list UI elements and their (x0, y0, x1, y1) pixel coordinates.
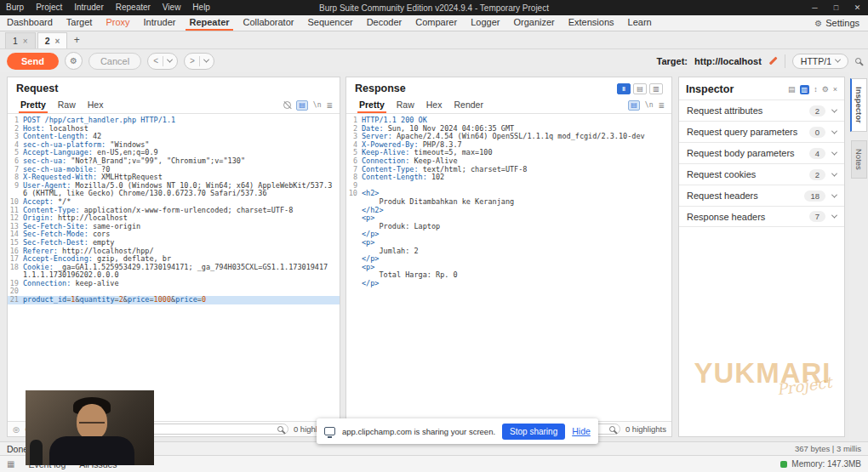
panel-view-icon[interactable]: ▥ (800, 85, 810, 94)
tab-dashboard[interactable]: Dashboard (0, 15, 60, 31)
close-button[interactable]: ✕ (847, 0, 868, 15)
settings-button[interactable]: ⚙ Settings (814, 15, 868, 31)
stop-sharing-button[interactable]: Stop sharing (502, 424, 565, 440)
menu-project[interactable]: Project (30, 0, 68, 15)
code-line[interactable]: Jumlah: 2 (346, 247, 671, 256)
inspector-section-request-body-parameters[interactable]: Request body parameters4 (679, 142, 844, 163)
code-line[interactable]: </p> (346, 255, 671, 264)
response-editor[interactable]: 1HTTP/1.1 200 OK2Date: Sun, 10 Nov 2024 … (346, 114, 671, 421)
http-version-select[interactable]: HTTP/1 (792, 54, 848, 69)
hide-button[interactable]: Hide (572, 426, 591, 436)
gear-icon[interactable]: ⚙ (822, 85, 829, 94)
chevron-down-icon (831, 128, 837, 134)
syntax-highlight-icon[interactable]: ▤ (296, 100, 308, 111)
history-forward-button[interactable]: > (184, 53, 214, 70)
tab-intruder[interactable]: Intruder (137, 15, 183, 31)
code-line[interactable]: Total Harga: Rp. 0 (346, 271, 671, 280)
menu-view[interactable]: View (157, 0, 187, 15)
line-text: </h2> (362, 207, 671, 215)
send-settings-button[interactable]: ⚙ (65, 52, 83, 70)
newline-toggle-icon[interactable]: \n (313, 101, 322, 109)
request-tab-hex[interactable]: Hex (82, 97, 110, 113)
request-editor[interactable]: 1POST /hpp/cart_handler.php HTTP/1.12Hos… (8, 114, 340, 421)
inspector-section-request-attributes[interactable]: Request attributes2 (679, 100, 844, 121)
menu-icon[interactable]: ≣ (658, 101, 665, 110)
history-back-button[interactable]: < (147, 53, 178, 70)
menu-help[interactable]: Help (186, 0, 216, 15)
menu-intruder[interactable]: Intruder (68, 0, 109, 15)
code-line[interactable]: 9User-Agent: Mozilla/5.0 (Windows NT 10.… (8, 182, 340, 198)
inspector-section-response-headers[interactable]: Response headers7 (679, 206, 844, 227)
line-text: Cookie: _ga=GA1.1.525953429.1730194171; … (23, 264, 340, 280)
panels-icon[interactable]: ▦ (7, 459, 14, 469)
pause-updates-button[interactable]: ‖ (617, 83, 631, 94)
add-tab-button[interactable]: + (69, 32, 84, 48)
section-count-badge: 2 (809, 105, 825, 117)
sort-icon[interactable]: ↕ (814, 85, 818, 94)
minimize-button[interactable]: ─ (804, 0, 825, 15)
close-icon[interactable]: × (833, 85, 837, 94)
layout-columns-button[interactable]: ▤ (633, 83, 647, 94)
response-tab-raw[interactable]: Raw (391, 97, 420, 113)
syntax-highlight-icon[interactable]: ▤ (628, 100, 640, 111)
tab-collaborator[interactable]: Collaborator (237, 15, 301, 31)
close-tab-icon[interactable]: × (23, 37, 28, 46)
edit-target-icon[interactable] (769, 57, 778, 65)
hide-nonprintable-icon[interactable] (283, 101, 291, 109)
menu-icon[interactable]: ≣ (326, 101, 333, 110)
memory-indicator: Memory: 147.3MB (780, 459, 861, 469)
maximize-button[interactable]: □ (825, 0, 847, 15)
code-line[interactable]: 19Connection: keep-alive (8, 280, 340, 288)
chevron-down-icon (831, 106, 837, 112)
tab-comparer[interactable]: Comparer (408, 15, 464, 31)
code-line[interactable]: 18Cookie: _ga=GA1.1.525953429.1730194171… (8, 264, 340, 280)
request-tab-pretty[interactable]: Pretty (14, 97, 52, 113)
webcam-overlay (26, 390, 154, 465)
code-line[interactable]: 21product_id=1&quantity=2&price=1000&pri… (8, 296, 340, 304)
grid-view-icon[interactable]: ▤ (788, 85, 796, 94)
response-tab-hex[interactable]: Hex (420, 97, 448, 113)
code-line[interactable]: </p> (346, 230, 671, 239)
tab-extensions[interactable]: Extensions (562, 15, 621, 31)
inspector-section-request-cookies[interactable]: Request cookies2 (679, 163, 844, 185)
repeater-tab-1[interactable]: 1× (5, 32, 36, 48)
section-count-badge: 4 (809, 148, 825, 159)
line-number (346, 207, 362, 215)
tab-repeater[interactable]: Repeater (182, 15, 236, 31)
tab-organizer[interactable]: Organizer (506, 15, 561, 31)
close-tab-icon[interactable]: × (55, 37, 60, 46)
repeater-tab-label: 1 (13, 36, 18, 46)
tab-proxy[interactable]: Proxy (99, 15, 136, 31)
layout-rows-button[interactable]: ▥ (649, 83, 663, 94)
side-tab-inspector[interactable]: Inspector (850, 78, 867, 132)
code-line[interactable]: </p> (346, 280, 671, 288)
tab-decoder[interactable]: Decoder (360, 15, 409, 31)
tab-target[interactable]: Target (60, 15, 100, 31)
inspector-section-request-headers[interactable]: Request headers18 (679, 185, 844, 206)
burp-suite-window: BurpProjectIntruderRepeaterViewHelp Burp… (0, 0, 868, 472)
code-line[interactable]: Produk: Laptop (346, 223, 671, 231)
tab-logger[interactable]: Logger (464, 15, 506, 31)
response-tab-render[interactable]: Render (448, 97, 488, 113)
repeater-tab-2[interactable]: 2× (37, 32, 68, 48)
code-line[interactable]: 8Content-Length: 102 (346, 173, 671, 182)
cancel-button[interactable]: Cancel (89, 53, 141, 70)
code-line[interactable]: Produk Ditambahkan ke Keranjang (346, 198, 671, 207)
tab-sequencer[interactable]: Sequencer (300, 15, 359, 31)
menu-repeater[interactable]: Repeater (110, 0, 157, 15)
section-label: Request headers (687, 191, 758, 201)
tab-learn[interactable]: Learn (621, 15, 659, 31)
menu-burp[interactable]: Burp (0, 0, 30, 15)
response-tab-pretty[interactable]: Pretty (353, 97, 391, 113)
request-tab-raw[interactable]: Raw (52, 97, 82, 113)
line-text: Content-Length: 102 (362, 173, 671, 182)
code-line[interactable]: 9 (346, 182, 671, 191)
side-tab-notes[interactable]: Notes (851, 140, 867, 179)
newline-toggle-icon[interactable]: \n (645, 101, 654, 109)
search-icon[interactable] (855, 58, 861, 64)
code-line[interactable]: </h2> (346, 207, 671, 215)
inspector-section-request-query-parameters[interactable]: Request query parameters0 (679, 121, 844, 142)
search-target-icon[interactable]: ◎ (13, 425, 20, 434)
response-header: Response ‖ ▤ ▥ (346, 77, 671, 97)
send-button[interactable]: Send (7, 53, 59, 70)
